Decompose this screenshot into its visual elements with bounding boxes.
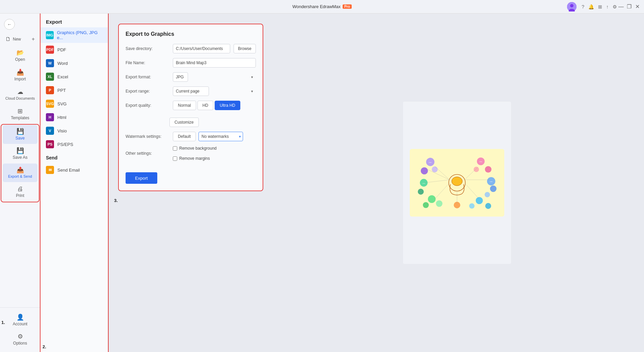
sidebar-annotation: 1. (1, 320, 5, 325)
svg-point-19 (436, 200, 442, 207)
format-item-pseps[interactable]: PS PS/EPS (41, 137, 108, 151)
html-icon: H (46, 113, 54, 121)
titlebar-right-icons: ? 🔔 ⊞ ↑ ⚙ (582, 4, 617, 9)
export-format-label: Export format: (126, 75, 169, 79)
sidebar-item-account[interactable]: 👤 Account (1, 311, 39, 330)
svg-point-20 (476, 197, 483, 204)
watermark-group: Default No watermarks Default watermark (173, 132, 243, 141)
customize-button[interactable]: Customize (169, 118, 199, 127)
export-quality-label: Export quality: (126, 103, 169, 108)
window-controls: — ❐ ✕ (618, 4, 640, 9)
sidebar-item-export-label: Export & Send (8, 174, 32, 179)
word-icon: W (46, 59, 54, 67)
sidebar-item-import-label: Import (14, 77, 26, 81)
pdf-icon: PDF (46, 46, 54, 54)
format-item-word[interactable]: W Word (41, 56, 108, 70)
sidebar-item-print[interactable]: 🖨 Print (3, 182, 37, 201)
format-item-visio[interactable]: V Visio (41, 124, 108, 137)
export-format-select[interactable]: JPG PNG BMP GIF (173, 72, 188, 82)
format-item-svg[interactable]: SVG SVG (41, 97, 108, 110)
format-ppt-label: PPT (57, 88, 66, 93)
export-button[interactable]: Export (126, 172, 157, 184)
svg-text:note: note (422, 182, 425, 184)
bell-icon[interactable]: 🔔 (588, 4, 594, 9)
format-item-excel[interactable]: XL Excel (41, 70, 108, 83)
format-html-label: Html (57, 115, 66, 120)
browse-button[interactable]: Browse (234, 44, 256, 53)
svg-point-22 (469, 203, 475, 209)
quality-ultrahd-button[interactable]: Ultra HD (215, 101, 240, 110)
sidebar-item-options-label: Options (13, 341, 27, 346)
save-directory-input[interactable] (173, 44, 230, 53)
app-title: Wondershare EdrawMax Pro (292, 4, 352, 9)
restore-button[interactable]: ❐ (626, 4, 632, 9)
export-panel-title: Export (41, 14, 108, 27)
minimize-button[interactable]: — (618, 4, 624, 9)
remove-margins-checkbox[interactable]: Remove margins (173, 156, 210, 161)
svg-point-21 (485, 203, 491, 209)
sidebar-item-templates[interactable]: ⊞ Templates (1, 105, 39, 124)
remove-background-checkbox[interactable]: Remove background (173, 146, 217, 151)
sidebar-item-cloud-label: Cloud Documents (5, 96, 35, 101)
sidebar-item-export-send[interactable]: 📤 Export & Send (3, 164, 37, 182)
customize-row: Customize (169, 115, 256, 127)
format-item-graphics[interactable]: IMG Graphics (PNG, JPG e... (41, 27, 108, 43)
send-email-item[interactable]: ✉ Send Email (41, 163, 108, 177)
format-svg-label: SVG (57, 101, 66, 106)
sidebar-item-new-label: New (13, 37, 21, 42)
save-directory-row: Save directory: Browse (126, 44, 256, 53)
help-icon[interactable]: ? (582, 4, 584, 9)
remove-margins-input[interactable] (173, 156, 177, 161)
save-icon: 💾 (17, 128, 24, 134)
sidebar-item-options[interactable]: ⚙ Options (1, 330, 39, 349)
apps-icon[interactable]: ⊞ (598, 4, 602, 9)
sidebar-item-save[interactable]: 💾 Save (3, 125, 37, 144)
close-button[interactable]: ✕ (635, 4, 640, 9)
remove-background-label: Remove background (179, 146, 217, 151)
sidebar-item-templates-label: Templates (11, 116, 29, 120)
svg-point-16 (485, 192, 490, 197)
svg-point-5 (452, 177, 462, 185)
dialog-annotation: 3. (111, 198, 270, 203)
title-text: Wondershare EdrawMax (292, 4, 341, 9)
quality-hd-button[interactable]: HD (197, 101, 213, 110)
sidebar-item-new[interactable]: 🗋 New + (1, 33, 39, 46)
preview-canvas: topic idea note task (403, 102, 511, 264)
format-item-ppt[interactable]: P PPT (41, 83, 108, 97)
quality-normal-button[interactable]: Normal (173, 101, 196, 110)
file-name-row: File Name: (126, 58, 256, 68)
ppt-icon: P (46, 86, 54, 94)
svg-text:task: task (490, 181, 493, 182)
sidebar-item-open[interactable]: 📂 Open (1, 46, 39, 65)
quality-group: Normal HD Ultra HD (173, 101, 240, 110)
sidebar-item-save-as-label: Save As (12, 155, 27, 160)
format-graphics-label: Graphics (PNG, JPG e... (57, 30, 102, 40)
templates-icon: ⊞ (18, 108, 23, 114)
svg-point-1 (570, 4, 573, 7)
import-icon: 📥 (17, 69, 24, 75)
sidebar: ← 🗋 New + 📂 Open 📥 Import ☁ Cloud Docume… (0, 14, 41, 352)
watermark-label: Watermark settings: (126, 134, 169, 139)
send-email-label: Send Email (57, 168, 80, 173)
add-icon[interactable]: + (32, 36, 35, 42)
svg-text:idea: idea (479, 161, 482, 162)
back-button[interactable]: ← (4, 19, 15, 30)
export-range-row: Export range: Current page All pages Sel… (126, 86, 256, 96)
export-range-select[interactable]: Current page All pages Selected objects (173, 86, 209, 96)
remove-background-input[interactable] (173, 146, 177, 151)
sidebar-item-import[interactable]: 📥 Import (1, 66, 39, 85)
svg-point-13 (418, 189, 424, 195)
format-item-pdf[interactable]: PDF PDF (41, 43, 108, 56)
format-word-label: Word (57, 61, 68, 66)
watermark-select[interactable]: No watermarks Default watermark (198, 132, 243, 141)
share-icon[interactable]: ↑ (606, 4, 609, 9)
sidebar-item-save-label: Save (16, 136, 25, 141)
user-avatar[interactable] (567, 2, 576, 11)
sidebar-item-save-as[interactable]: 💾 Save As (3, 144, 37, 163)
titlebar: Wondershare EdrawMax Pro ? 🔔 ⊞ ↑ ⚙ — ❐ ✕ (0, 0, 644, 14)
sidebar-item-cloud[interactable]: ☁ Cloud Documents (1, 85, 39, 104)
watermark-default-button[interactable]: Default (173, 132, 196, 141)
file-name-input[interactable] (173, 58, 256, 68)
settings-icon[interactable]: ⚙ (613, 4, 617, 9)
format-item-html[interactable]: H Html (41, 110, 108, 124)
